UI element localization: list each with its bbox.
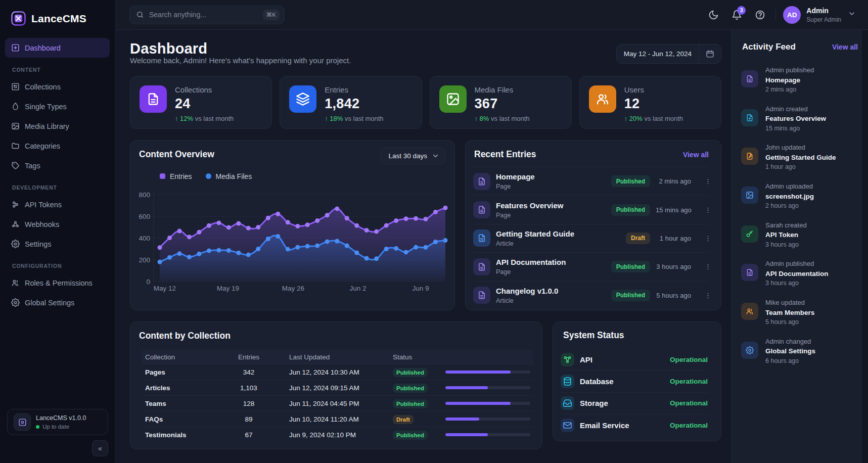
- svg-text:0: 0: [146, 278, 150, 286]
- svg-text:400: 400: [139, 235, 150, 242]
- svg-text:800: 800: [139, 191, 150, 199]
- svg-text:Jun 2: Jun 2: [349, 285, 366, 292]
- svg-text:May 26: May 26: [282, 285, 304, 292]
- svg-text:600: 600: [139, 213, 150, 220]
- svg-text:200: 200: [139, 256, 150, 264]
- svg-text:May 19: May 19: [217, 285, 239, 292]
- svg-text:May 12: May 12: [154, 285, 176, 292]
- svg-text:Jun 9: Jun 9: [412, 285, 429, 292]
